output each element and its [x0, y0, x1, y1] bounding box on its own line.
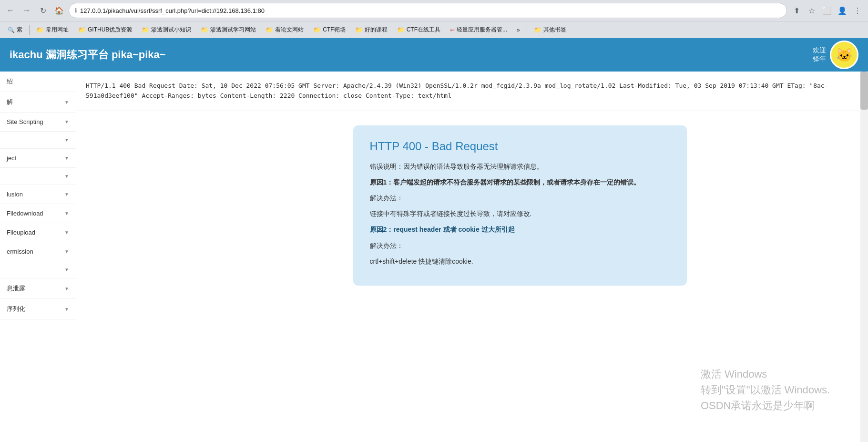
- chevron-icon-5: ▼: [64, 174, 69, 179]
- sidebar-item-solve[interactable]: 解 ▼: [0, 92, 76, 113]
- folder-icon-3: 📁: [142, 26, 149, 33]
- sidebar-item-serialize[interactable]: 序列化 ▼: [0, 299, 76, 319]
- pikachu-avatar: 🐱: [830, 41, 858, 69]
- folder-icon-5: 📁: [266, 26, 273, 33]
- folder-icon-2: 📁: [78, 26, 86, 33]
- error-box: HTTP 400 - Bad Request 错误说明：因为错误的语法导致服务器…: [353, 125, 687, 286]
- folder-icon-4: 📁: [201, 26, 208, 33]
- chevron-icon-3: ▼: [64, 137, 69, 143]
- sidebar-item-5[interactable]: ▼: [0, 168, 76, 185]
- bookmark-separator-2: [527, 25, 527, 35]
- app-title: ikachu 漏洞练习平台 pika~pika~: [10, 48, 166, 62]
- home-button[interactable]: 🏠: [52, 4, 66, 17]
- chevron-icon-2: ▼: [64, 119, 69, 124]
- folder-icon-8: 📁: [397, 26, 405, 33]
- browser-right-icons: ⬆ ☆ ⬜ 👤 ⋮: [790, 4, 864, 17]
- error-line5: 原因2：request header 或者 cookie 过大所引起: [370, 224, 670, 236]
- error-line2: 原因1：客户端发起的请求不符合服务器对请求的某些限制，或者请求本身存在一定的错误…: [370, 176, 670, 188]
- chevron-icon-6: ▼: [64, 192, 69, 197]
- http-response: HTTP/1.1 400 Bad Request Date: Sat, 10 D…: [76, 72, 868, 111]
- sidebar-item-intro[interactable]: 绍: [0, 72, 76, 92]
- chevron-icon-10: ▼: [64, 267, 69, 272]
- avatar-emoji: 🐱: [836, 47, 853, 63]
- tab-view-button[interactable]: ⬜: [820, 4, 834, 17]
- bookmark-separator: [29, 25, 30, 35]
- link-icon-9: ↩: [450, 27, 455, 33]
- error-line1: 错误说明：因为错误的语法导致服务器无法理解请求信息。: [370, 161, 670, 173]
- browser-chrome: ← → ↻ 🏠 ℹ 127.0.0.1/pikachu/vul/ssrf/ssr…: [0, 0, 868, 38]
- sidebar-item-10[interactable]: ▼: [0, 261, 76, 278]
- sidebar-item-fileupload[interactable]: Fileupload ▼: [0, 223, 76, 242]
- error-line4: 链接中有特殊字符或者链接长度过长导致，请对应修改.: [370, 208, 670, 220]
- main-layout: 绍 解 ▼ Site Scripting ▼ ▼ ject ▼ ▼: [0, 72, 868, 442]
- profile-button[interactable]: 👤: [836, 4, 849, 17]
- bookmark-item-3[interactable]: 📁 渗透测试小知识: [138, 24, 195, 35]
- reload-button[interactable]: ↻: [36, 4, 50, 17]
- folder-icon-other: 📁: [534, 26, 541, 33]
- chevron-icon-9: ▼: [64, 249, 69, 254]
- bookmark-item-4[interactable]: 📁 渗透测试学习网站: [197, 24, 260, 35]
- scrollbar[interactable]: [860, 72, 868, 442]
- lock-icon: ℹ: [75, 7, 77, 14]
- bookmark-item-other[interactable]: 📁 其他书签: [530, 24, 570, 35]
- error-line7: crtl+shift+delete 快捷键清除cookie.: [370, 256, 670, 267]
- error-desc: 错误说明：因为错误的语法导致服务器无法理解请求信息。 原因1：客户端发起的请求不…: [370, 161, 670, 267]
- back-button[interactable]: ←: [4, 4, 17, 17]
- error-line6: 解决办法：: [370, 240, 670, 252]
- chevron-icon-8: ▼: [64, 230, 69, 235]
- url-text: 127.0.0.1/pikachu/vul/ssrf/ssrf_curl.php…: [80, 7, 781, 14]
- bookmark-item-2[interactable]: 📁 GITHUB优质资源: [74, 24, 136, 35]
- welcome-text: 欢迎 驿年: [813, 46, 826, 63]
- sidebar: 绍 解 ▼ Site Scripting ▼ ▼ ject ▼ ▼: [0, 72, 76, 442]
- bookmark-button[interactable]: ☆: [805, 4, 818, 17]
- chevron-icon-12: ▼: [64, 307, 69, 312]
- sidebar-item-inclusion[interactable]: lusion ▼: [0, 185, 76, 204]
- bookmark-item-7[interactable]: 📁 好的课程: [351, 24, 391, 35]
- chevron-icon-11: ▼: [64, 286, 69, 291]
- bookmarks-bar: 🔍 索 📁 常用网址 📁 GITHUB优质资源 📁 渗透测试小知识 📁 渗透测试…: [0, 21, 868, 38]
- sidebar-item-filedownload[interactable]: Filedownload ▼: [0, 204, 76, 223]
- forward-button[interactable]: →: [20, 4, 33, 17]
- menu-button[interactable]: ⋮: [851, 4, 864, 17]
- app-container: ikachu 漏洞练习平台 pika~pika~ 欢迎 驿年 🐱 绍 解 ▼ S…: [0, 38, 868, 442]
- scrollbar-thumb[interactable]: [860, 72, 868, 110]
- error-line3: 解决办法：: [370, 192, 670, 204]
- content-area: HTTP/1.1 400 Bad Request Date: Sat, 10 D…: [76, 72, 868, 442]
- app-header-right: 欢迎 驿年 🐱: [813, 41, 858, 69]
- browser-toolbar: ← → ↻ 🏠 ℹ 127.0.0.1/pikachu/vul/ssrf/ssr…: [0, 0, 868, 21]
- folder-icon-7: 📁: [355, 26, 363, 33]
- search-icon: 🔍: [8, 27, 15, 33]
- sidebar-item-leak[interactable]: 息泄露 ▼: [0, 278, 76, 299]
- chevron-icon-1: ▼: [64, 100, 69, 105]
- bookmark-item-8[interactable]: 📁 CTF在线工具: [393, 24, 444, 35]
- watermark: 激活 Windows 转到"设置"以激活 Windows. OSDN承诺永远是少…: [701, 366, 830, 413]
- sidebar-item-3[interactable]: ▼: [0, 132, 76, 149]
- sidebar-item-inject[interactable]: ject ▼: [0, 149, 76, 168]
- folder-icon-6: 📁: [313, 26, 321, 33]
- sidebar-item-xss[interactable]: Site Scripting ▼: [0, 113, 76, 132]
- sidebar-item-permission[interactable]: ermission ▼: [0, 242, 76, 261]
- bookmark-item-1[interactable]: 📁 常用网址: [32, 24, 72, 35]
- bookmark-item-9[interactable]: ↩ 轻量应用服务器管...: [446, 24, 511, 35]
- address-bar-container[interactable]: ℹ 127.0.0.1/pikachu/vul/ssrf/ssrf_curl.p…: [69, 3, 787, 18]
- chevron-icon-4: ▼: [64, 155, 69, 161]
- share-button[interactable]: ⬆: [790, 4, 803, 17]
- app-header: ikachu 漏洞练习平台 pika~pika~ 欢迎 驿年 🐱: [0, 38, 868, 72]
- bookmark-item-6[interactable]: 📁 CTF靶场: [309, 24, 349, 35]
- chevron-icon-7: ▼: [64, 211, 69, 216]
- bookmark-more[interactable]: »: [513, 25, 524, 35]
- bookmark-item-5[interactable]: 📁 看论文网站: [262, 24, 307, 35]
- error-title: HTTP 400 - Bad Request: [370, 140, 670, 153]
- folder-icon-1: 📁: [36, 26, 44, 33]
- bookmark-search[interactable]: 🔍 索: [4, 24, 26, 35]
